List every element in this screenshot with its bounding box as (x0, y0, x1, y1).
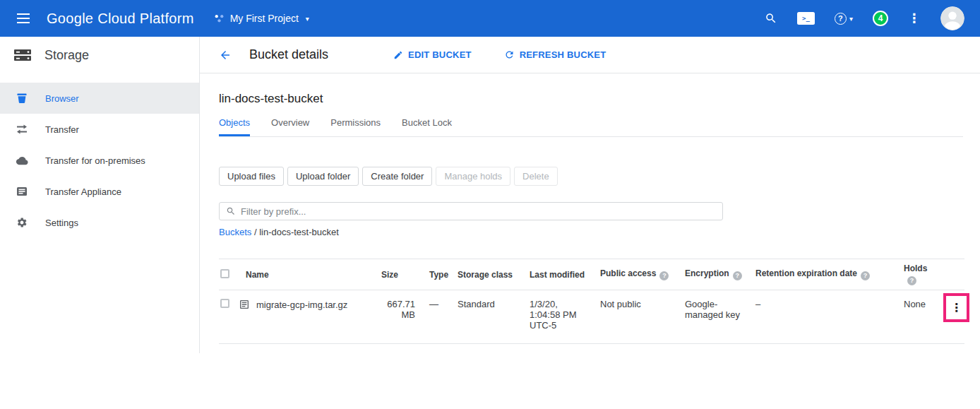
breadcrumb-separator: / (254, 227, 257, 237)
row-checkbox[interactable] (220, 299, 229, 308)
topbar-actions: >_ ? ▾ 4 ⋮ (765, 6, 980, 30)
tab-bucket-lock[interactable]: Bucket Lock (402, 117, 452, 136)
search-icon[interactable] (765, 12, 777, 25)
appliance-icon (16, 186, 28, 196)
object-encryption: Google-managed key (685, 299, 746, 320)
column-header-name: Name (246, 270, 269, 280)
tab-objects[interactable]: Objects (219, 117, 250, 136)
column-header-holds: Holds (904, 263, 927, 273)
sidebar: Storage Browser Transfer Transfer for on… (0, 37, 200, 353)
object-type: — (429, 299, 438, 309)
refresh-bucket-label: REFRESH BUCKET (520, 49, 606, 60)
filter-prefix-input[interactable] (241, 206, 716, 217)
bucket-name-heading: lin-docs-test-bucket (219, 92, 963, 106)
object-actions: Upload files Upload folder Create folder… (219, 167, 963, 186)
objects-table: Name Size Type Storage class Last modifi… (219, 259, 964, 344)
sidebar-item-transfer-appliance[interactable]: Transfer Appliance (0, 176, 199, 207)
tab-permissions[interactable]: Permissions (330, 117, 381, 136)
sidebar-header: Storage (0, 37, 199, 73)
storage-product-icon (13, 47, 32, 63)
cloud-upload-icon (16, 156, 28, 165)
cloud-shell-icon[interactable]: >_ (797, 12, 815, 25)
filter-box (219, 202, 723, 220)
help-menu[interactable]: ? ▾ (835, 13, 853, 25)
pencil-icon (393, 50, 403, 60)
object-last-modified: 1/3/20, 1:04:58 PM UTC-5 (530, 299, 580, 331)
gcp-brand-logo[interactable]: Google Cloud Platform (47, 11, 194, 27)
sidebar-item-transfer[interactable]: Transfer (0, 114, 199, 145)
help-icon[interactable]: ? (733, 271, 742, 280)
project-icon (214, 13, 225, 23)
refresh-icon (504, 49, 515, 60)
object-holds: None (904, 299, 926, 309)
sidebar-item-label: Transfer Appliance (45, 186, 121, 197)
table-header-row: Name Size Type Storage class Last modifi… (219, 259, 964, 290)
notifications-badge[interactable]: 4 (873, 11, 888, 26)
delete-button: Delete (514, 167, 558, 186)
hamburger-menu-icon[interactable] (0, 13, 47, 23)
main-panel: Bucket details EDIT BUCKET REFRESH BUCKE… (200, 37, 980, 344)
transfer-arrows-icon (16, 124, 28, 135)
sidebar-item-label: Settings (45, 218, 78, 228)
page-header: Bucket details EDIT BUCKET REFRESH BUCKE… (200, 37, 980, 73)
edit-bucket-label: EDIT BUCKET (408, 49, 472, 60)
sidebar-item-browser[interactable]: Browser (0, 83, 199, 114)
column-header-last-modified: Last modified (530, 270, 585, 280)
chevron-down-icon: ▾ (849, 15, 853, 23)
upload-folder-button[interactable]: Upload folder (287, 167, 359, 186)
upload-files-button[interactable]: Upload files (219, 167, 284, 186)
file-icon (239, 299, 250, 310)
more-options-icon[interactable]: ⋮ (908, 11, 921, 26)
project-selector[interactable]: My First Project ▾ (214, 13, 309, 24)
tab-bar: Objects Overview Permissions Bucket Lock (219, 117, 963, 137)
object-public-access: Not public (600, 299, 641, 309)
bucket-icon (16, 93, 28, 104)
sidebar-item-label: Transfer (45, 124, 79, 135)
manage-holds-button: Manage holds (436, 167, 510, 186)
help-icon[interactable]: ? (907, 276, 916, 285)
object-storage-class: Standard (458, 299, 495, 309)
row-more-options-icon[interactable]: ⋮ (951, 301, 962, 314)
breadcrumb: Buckets / lin-docs-test-bucket (219, 227, 963, 237)
annotation-highlight-box: ⋮ (943, 293, 969, 322)
object-name-link[interactable]: migrate-gcp-img.tar.gz (256, 300, 347, 310)
page-title: Bucket details (249, 47, 328, 62)
create-folder-button[interactable]: Create folder (362, 167, 432, 186)
search-icon (226, 206, 236, 216)
sidebar-item-settings[interactable]: Settings (0, 207, 199, 238)
object-size: 667.71 MB (387, 299, 415, 320)
edit-bucket-button[interactable]: EDIT BUCKET (393, 49, 472, 60)
chevron-down-icon: ▾ (306, 15, 309, 23)
refresh-bucket-button[interactable]: REFRESH BUCKET (504, 49, 606, 60)
top-app-bar: Google Cloud Platform My First Project ▾… (0, 0, 980, 37)
column-header-retention: Retention expiration date (755, 268, 857, 278)
column-header-size: Size (381, 270, 398, 280)
sidebar-item-label: Transfer for on-premises (45, 155, 145, 166)
project-name: My First Project (230, 13, 299, 24)
breadcrumb-buckets-link[interactable]: Buckets (219, 227, 251, 237)
avatar[interactable] (940, 6, 964, 30)
tab-overview[interactable]: Overview (271, 117, 309, 136)
gear-icon (16, 217, 28, 228)
sidebar-title: Storage (44, 48, 89, 63)
hamburger-icon (17, 13, 30, 23)
sidebar-nav: Browser Transfer Transfer for on-premise… (0, 73, 199, 238)
column-header-public-access: Public access (600, 268, 656, 278)
sidebar-item-transfer-on-premises[interactable]: Transfer for on-premises (0, 145, 199, 176)
help-icon[interactable]: ? (659, 271, 669, 280)
back-arrow-icon[interactable] (219, 49, 232, 61)
table-row: migrate-gcp-img.tar.gz 667.71 MB — Stand… (219, 290, 964, 344)
content-area: lin-docs-test-bucket Objects Overview Pe… (200, 73, 980, 344)
object-retention: – (755, 299, 760, 309)
breadcrumb-current: lin-docs-test-bucket (259, 227, 339, 237)
column-header-storage-class: Storage class (458, 270, 513, 280)
sidebar-item-label: Browser (45, 93, 79, 104)
column-header-type: Type (429, 270, 448, 280)
help-icon: ? (835, 13, 847, 25)
help-icon[interactable]: ? (861, 271, 870, 280)
select-all-checkbox[interactable] (220, 269, 229, 278)
column-header-encryption: Encryption (685, 268, 729, 278)
